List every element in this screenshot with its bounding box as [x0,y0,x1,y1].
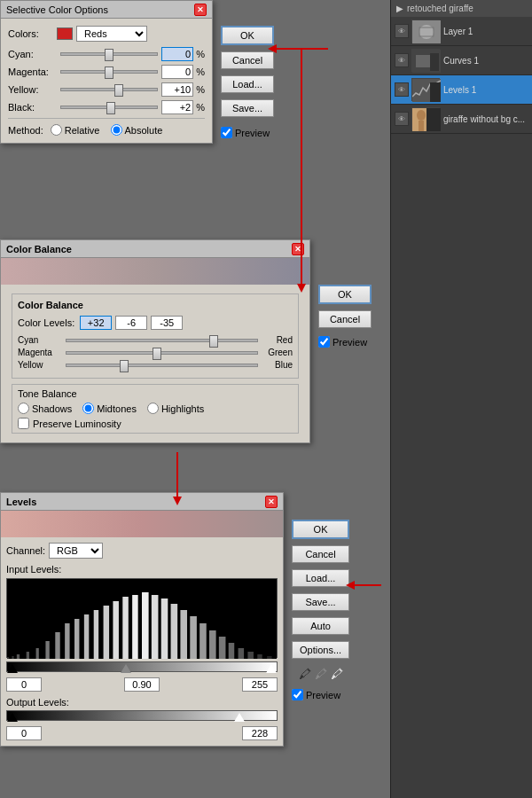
tone-radio-group: Shadows Midtones Highlights [18,403,293,414]
svg-rect-30 [161,598,168,659]
eyedropper-black-icon[interactable]: 🖍 [299,667,311,681]
cb-level-input-2[interactable] [115,316,147,330]
layer-name-2: Curves 1 [443,56,479,66]
shadows-radio[interactable]: Shadows [18,403,72,414]
layer-item-3[interactable]: 👁 Levels 1 [391,75,532,105]
svg-rect-34 [200,623,207,659]
sc-save-button[interactable]: Save... [221,99,274,117]
svg-rect-40 [257,654,262,659]
sc-ok-button[interactable]: OK [221,26,274,45]
lvl-options-button[interactable]: Options... [292,641,349,659]
colors-dropdown[interactable]: Reds [76,26,147,42]
color-balance-close-btn[interactable]: ✕ [292,243,304,255]
magenta-input[interactable] [161,65,193,79]
visibility-icon-2[interactable]: 👁 [395,53,409,67]
highlights-radio[interactable]: Highlights [147,403,204,414]
lvl-preview-row: Preview [292,689,349,700]
radio-absolute-input[interactable] [111,124,122,136]
radio-absolute[interactable]: Absolute [111,124,163,136]
visibility-icon-4[interactable]: 👁 [395,112,409,126]
cb-ok-button[interactable]: OK [318,285,372,304]
layer-item-4[interactable]: 👁 giraffe without bg c... [391,105,532,134]
cyan-slider[interactable] [60,52,158,56]
svg-rect-31 [171,604,178,659]
svg-rect-15 [17,654,20,659]
lvl-load-button[interactable]: Load... [292,569,349,587]
output-min-handle[interactable] [7,713,18,722]
lvl-auto-button[interactable]: Auto [292,617,349,635]
lvl-ok-button[interactable]: OK [292,520,349,539]
yellow-input[interactable] [161,82,193,97]
sc-preview-label: Preview [235,128,270,138]
output-max-handle[interactable] [234,713,245,722]
midtones-radio[interactable]: Midtones [82,403,137,414]
output-min-value[interactable]: 0 [6,726,42,740]
yellow-blue-thumb[interactable] [120,360,129,372]
levels-header-image [1,511,283,537]
black-label: Black: [8,102,57,113]
cb-level-input-1[interactable] [80,316,112,330]
yellow-blue-row: Yellow Blue [18,360,293,370]
visibility-icon-3[interactable]: 👁 [395,82,409,97]
radio-relative-input[interactable] [51,124,62,136]
magenta-thumb[interactable] [105,66,113,79]
cyan-left-label: Cyan [18,335,62,345]
output-slider-track[interactable] [6,710,278,721]
levels-close-btn[interactable]: ✕ [265,496,278,508]
svg-rect-22 [84,614,89,659]
input-max-handle[interactable] [266,664,277,673]
layer-item-1[interactable]: 👁 Layer 1 [391,17,532,46]
magenta-slider[interactable] [60,70,158,74]
svg-rect-32 [180,610,187,659]
yellow-thumb[interactable] [114,84,123,97]
cyan-red-thumb[interactable] [209,335,218,348]
sc-cancel-button[interactable]: Cancel [221,51,274,69]
cb-preview-checkbox[interactable] [318,336,330,348]
cyan-input[interactable]: 0 [161,47,193,61]
input-min-value[interactable]: 0 [6,677,42,692]
visibility-icon[interactable]: 👁 [395,24,409,38]
preserve-checkbox[interactable] [18,418,29,429]
green-right-label: Green [262,348,293,357]
magenta-green-thumb[interactable] [153,348,161,360]
radio-relative[interactable]: Relative [51,124,100,136]
yellow-blue-slider[interactable] [66,364,258,367]
eyedropper-gray-icon[interactable]: 🖍 [315,667,327,681]
input-mid-value[interactable]: 0.90 [124,677,160,692]
cb-cancel-button[interactable]: Cancel [318,310,372,328]
selective-color-close-btn[interactable]: ✕ [194,4,207,16]
yellow-slider[interactable] [60,88,158,91]
layer-item-2[interactable]: 👁 Curves 1 [391,46,532,75]
magenta-green-slider[interactable] [66,351,258,355]
svg-rect-13 [7,657,9,659]
eyedropper-white-icon[interactable]: 🖍 [331,667,343,681]
output-max-value[interactable]: 228 [242,726,278,740]
svg-rect-7 [430,82,441,102]
lvl-cancel-button[interactable]: Cancel [292,545,349,563]
layer-thumb-2 [411,49,440,72]
lvl-preview-checkbox[interactable] [292,689,303,700]
lvl-preview-label: Preview [306,690,340,700]
cb-level-input-3[interactable] [151,316,183,330]
cyan-red-slider[interactable] [66,339,258,342]
shadows-input[interactable] [18,403,29,414]
input-mid-handle[interactable] [121,664,131,673]
svg-rect-24 [104,606,110,659]
input-slider-track[interactable] [6,661,278,672]
sc-load-button[interactable]: Load... [221,75,274,93]
colors-select[interactable]: Reds [76,26,147,42]
cyan-red-row: Cyan Red [18,335,293,345]
black-thumb[interactable] [106,102,115,114]
highlights-input[interactable] [147,403,159,414]
channel-select[interactable]: RGB Red Green Blue [49,543,103,559]
cyan-thumb[interactable] [105,49,113,61]
histogram [6,578,278,658]
sc-preview-checkbox[interactable] [221,127,232,138]
lvl-save-button[interactable]: Save... [292,593,349,611]
input-min-handle[interactable] [7,664,18,673]
midtones-input[interactable] [82,403,94,414]
black-input[interactable] [161,100,193,114]
black-slider[interactable] [60,106,158,109]
layer-name-4: giraffe without bg c... [443,114,525,124]
input-max-value[interactable]: 255 [242,677,278,692]
